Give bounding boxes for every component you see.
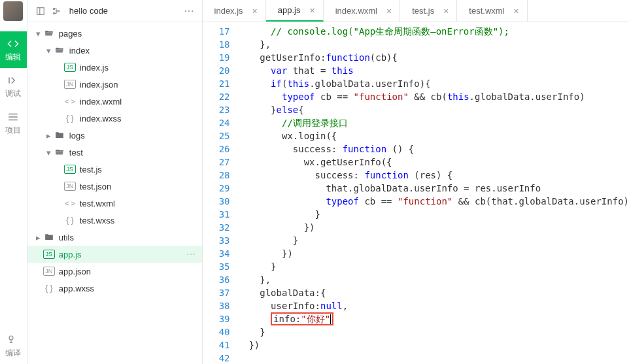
code-content[interactable]: // console.log("App生命周期函数—onError函数"); }… <box>238 22 629 364</box>
rail-debug[interactable]: 调试 <box>0 68 27 105</box>
file-name: utils <box>59 233 202 242</box>
code-line: that.globalData.userInfo = res.userInfo <box>238 182 629 195</box>
code-line: wx.getUserInfo({ <box>238 156 629 169</box>
js-file-icon: JS <box>64 165 76 174</box>
line-number: 21 <box>203 77 230 90</box>
file-name: logs <box>69 131 202 141</box>
code-line: } <box>238 325 629 339</box>
folder-row[interactable]: ▾index <box>27 42 202 59</box>
editor-tab[interactable]: index.js× <box>203 0 266 22</box>
json-file-icon: JN <box>43 267 55 276</box>
line-number: 22 <box>203 90 230 103</box>
editor-tab[interactable]: test.js× <box>400 0 457 22</box>
close-icon[interactable]: × <box>443 6 449 16</box>
file-name: index.js <box>80 63 202 73</box>
code-line: typeof cb == "function" && cb(that.globa… <box>238 195 629 208</box>
line-number: 35 <box>203 260 230 273</box>
file-row[interactable]: { }index.wxss <box>27 110 202 127</box>
folder-icon <box>43 27 55 39</box>
file-name: app.json <box>59 267 202 276</box>
line-number: 17 <box>203 25 230 38</box>
code-line: } <box>238 234 629 247</box>
editor-tab[interactable]: test.wxml× <box>457 0 527 22</box>
line-number: 24 <box>203 116 230 129</box>
close-icon[interactable]: × <box>514 6 519 16</box>
code-line: var that = this <box>238 64 629 77</box>
compile-icon <box>7 333 20 346</box>
file-name: test <box>69 148 202 157</box>
text-cursor <box>330 314 331 324</box>
line-number: 18 <box>203 38 230 51</box>
close-icon[interactable]: × <box>310 5 315 16</box>
caret-down-icon: ▾ <box>44 148 54 157</box>
line-number: 32 <box>203 221 230 234</box>
folder-row[interactable]: ▸utils <box>27 229 202 246</box>
line-number: 40 <box>203 325 230 339</box>
code-line: if(this.globalData.userInfo){ <box>238 77 629 90</box>
line-gutter: 1718192021222324252627282930313233343536… <box>203 22 238 364</box>
avatar[interactable] <box>3 1 23 21</box>
code-line: success: function () { <box>238 142 629 156</box>
file-row[interactable]: < >test.wxml <box>27 195 202 212</box>
folder-row[interactable]: ▾pages <box>27 25 202 42</box>
file-name: index.wxss <box>80 114 202 124</box>
file-name: index.json <box>80 80 202 90</box>
svg-point-3 <box>9 336 13 340</box>
file-name: test.wxml <box>80 199 202 208</box>
close-icon[interactable]: × <box>386 6 392 16</box>
menu-icon <box>7 110 20 124</box>
code-line: }) <box>238 339 629 352</box>
file-row[interactable]: JSindex.js <box>27 59 202 76</box>
file-explorer: hello code ⋯ ▾pages▾indexJSindex.jsJNind… <box>27 0 203 364</box>
editor-tab[interactable]: app.js× <box>266 0 324 22</box>
file-row[interactable]: JNtest.json <box>27 178 202 195</box>
row-more-icon[interactable]: ⋯ <box>186 249 202 259</box>
code-area[interactable]: 1718192021222324252627282930313233343536… <box>203 22 629 364</box>
editor: index.js×app.js×index.wxml×test.js×test.… <box>203 0 629 364</box>
folder-row[interactable]: ▸logs <box>27 127 202 144</box>
code-line: success: function (res) { <box>238 169 629 182</box>
code-icon <box>7 37 20 50</box>
tab-label: index.wxml <box>335 6 377 16</box>
folder-row[interactable]: ▾test <box>27 144 202 161</box>
code-line: }, <box>238 273 629 286</box>
caret-down-icon: ▾ <box>44 46 54 55</box>
tree-icon[interactable] <box>48 3 64 19</box>
line-number: 29 <box>203 182 230 195</box>
code-line <box>238 352 629 364</box>
folder-icon <box>54 146 65 158</box>
file-row[interactable]: JNapp.json <box>27 263 202 280</box>
file-row[interactable]: { }app.wxss <box>27 280 202 297</box>
line-number: 34 <box>203 247 230 260</box>
svg-rect-4 <box>37 7 44 14</box>
folder-icon <box>43 231 55 243</box>
file-row[interactable]: < >index.wxml <box>27 93 202 110</box>
code-line: }) <box>238 247 629 260</box>
code-line: } <box>238 260 629 273</box>
caret-right-icon: ▸ <box>44 131 54 140</box>
line-number: 31 <box>203 208 230 221</box>
json-file-icon: JN <box>64 182 76 191</box>
file-name: index.wxml <box>80 97 202 107</box>
json-file-icon: JN <box>64 80 76 89</box>
wxss-file-icon: { } <box>64 214 76 226</box>
highlighted-edit: info:"你好" <box>271 312 333 325</box>
file-row[interactable]: JStest.js <box>27 161 202 178</box>
editor-tab[interactable]: index.wxml× <box>324 0 400 22</box>
file-row[interactable]: { }test.wxss <box>27 212 202 229</box>
left-rail: 编辑 调试 项目 编译 <box>0 0 27 364</box>
line-number: 30 <box>203 195 230 208</box>
header-more-icon[interactable]: ⋯ <box>181 5 197 17</box>
line-number: 27 <box>203 156 230 169</box>
rail-compile[interactable]: 编译 <box>0 327 27 364</box>
rail-edit[interactable]: 编辑 <box>0 31 27 68</box>
line-number: 37 <box>203 286 230 299</box>
file-name: index <box>69 46 202 56</box>
file-row[interactable]: JSapp.js⋯ <box>27 246 202 263</box>
layout-icon[interactable] <box>33 3 48 19</box>
close-icon[interactable]: × <box>252 6 258 16</box>
rail-project[interactable]: 项目 <box>0 105 27 141</box>
file-row[interactable]: JNindex.json <box>27 76 202 93</box>
code-line: wx.login({ <box>238 129 629 142</box>
code-line: globalData:{ <box>238 286 629 299</box>
